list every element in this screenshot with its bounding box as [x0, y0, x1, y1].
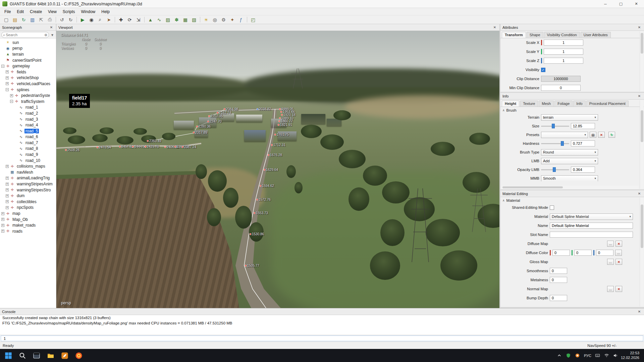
collapse-icon[interactable]: −	[1, 65, 4, 68]
move-button[interactable]: ✚	[117, 16, 125, 23]
spline-node-dot[interactable]	[279, 117, 281, 119]
scenegraph-item-careerStartPoint[interactable]: ⚑careerStartPoint	[0, 57, 56, 63]
new-file-button[interactable]: ▢	[2, 16, 10, 23]
play-button[interactable]: ▶	[78, 16, 87, 23]
select-button[interactable]: ➤	[105, 16, 113, 23]
terrain-dropdown[interactable]: terrain▾	[541, 114, 598, 121]
spline-node-dot[interactable]	[264, 169, 265, 171]
info-tab-mesh[interactable]: Mesh	[539, 101, 554, 107]
scenegraph-item-vehicleShop[interactable]: +✛vehicleShop	[0, 75, 56, 81]
close-icon[interactable]: ✕	[49, 25, 54, 29]
expand-icon[interactable]: +	[1, 212, 4, 215]
attributes-tab-user-attributes[interactable]: User Attributes	[581, 32, 611, 38]
task-view-button[interactable]	[30, 350, 43, 361]
min-clip-distance-field[interactable]	[541, 85, 581, 91]
hardness-slider[interactable]	[541, 140, 569, 146]
scenegraph-item-road_6[interactable]: ∿road_6	[0, 134, 56, 140]
close-icon[interactable]: ✕	[637, 192, 642, 195]
scenegraph-item-vehicleLoadPlaces[interactable]: +✛vehicleLoadPlaces	[0, 81, 56, 87]
diffuse-g-field[interactable]	[574, 250, 592, 256]
scale-button[interactable]: ⇲	[134, 16, 143, 23]
scrollbar[interactable]	[640, 32, 644, 91]
scenegraph-item-road_4[interactable]: ∿road_4	[0, 122, 56, 128]
spline-node-dot[interactable]	[217, 112, 218, 114]
print-button[interactable]: ⎙	[46, 16, 54, 23]
info-tab-height[interactable]: Height	[502, 101, 519, 107]
material-section-header[interactable]: ∧ Material	[500, 197, 644, 203]
expand-icon[interactable]: +	[10, 94, 13, 97]
scenegraph-item-road_1[interactable]: ∿road_1	[0, 105, 56, 111]
spline-node-dot[interactable]	[193, 132, 195, 133]
save-button[interactable]: ▥	[28, 16, 37, 23]
expand-icon[interactable]: +	[6, 188, 9, 191]
scenegraph-item-map[interactable]: +✛map	[0, 210, 56, 217]
filter-icon[interactable]: ▼	[50, 33, 55, 37]
menu-file[interactable]: File	[1, 8, 14, 15]
spline-node-dot[interactable]	[97, 146, 98, 148]
metalness-field[interactable]	[550, 277, 567, 283]
normal-map-browse-button[interactable]: ...	[607, 286, 614, 292]
spline-node-dot[interactable]	[250, 233, 251, 235]
spline-node-dot[interactable]	[257, 108, 258, 110]
spline-node-dot[interactable]	[256, 199, 258, 200]
spline-node-dot[interactable]	[278, 120, 280, 122]
delete-preset-button[interactable]: ✕	[598, 132, 605, 138]
menu-view[interactable]: View	[45, 8, 60, 15]
brush-type-dropdown[interactable]: Round▾	[541, 149, 598, 156]
taskbar-clock[interactable]: 22:53 12.02.2026	[621, 351, 639, 360]
spline-node-dot[interactable]	[208, 115, 210, 117]
mmb-dropdown[interactable]: Smooth▾	[541, 175, 598, 182]
render-mode-button[interactable]: ◎	[211, 16, 219, 23]
search-button[interactable]	[16, 350, 29, 361]
clip-distance-field[interactable]	[541, 76, 581, 82]
scenegraph-item-roads[interactable]: +✛roads	[0, 228, 56, 234]
scale-z-field[interactable]	[544, 58, 583, 64]
scenegraph-item-road_9[interactable]: ∿road_9	[0, 152, 56, 158]
info-tab-info[interactable]: Info	[573, 101, 585, 107]
foliage-paint-button[interactable]: ✽	[172, 16, 181, 23]
spline-node-dot[interactable]	[254, 212, 255, 214]
size-slider[interactable]	[541, 123, 569, 129]
maximize-button[interactable]: ▢	[613, 0, 629, 8]
spline-node-dot[interactable]	[281, 114, 283, 116]
scenegraph-item-gameplay[interactable]: −✛gameplay	[0, 63, 56, 69]
search-input[interactable]	[6, 33, 44, 37]
expand-icon[interactable]: +	[6, 183, 9, 186]
expand-icon[interactable]: +	[6, 82, 9, 85]
scenegraph-item-dum[interactable]: +✛dum	[0, 193, 56, 199]
viewport-canvas[interactable]: 2508.282476.942457.622444.962429.782406.…	[56, 31, 499, 308]
terrain-tools-button[interactable]: ◰	[249, 16, 257, 23]
terrain-detail-button[interactable]: ▦	[181, 16, 190, 23]
visibility-checkbox[interactable]: ✓	[541, 68, 545, 72]
scenegraph-item-warningStripesAnim[interactable]: +✛warningStripesAnim	[0, 181, 56, 187]
scenegraph-item-terrain[interactable]: ▲terrain	[0, 51, 56, 57]
attributes-tab-shape[interactable]: Shape	[527, 32, 543, 38]
scenegraph-item-fields[interactable]: +✛fields	[0, 69, 56, 75]
scenegraph-item-pedestrianSyste[interactable]: +✛pedestrianSyste	[0, 93, 56, 99]
horizontal-scrollbar[interactable]	[501, 186, 639, 189]
diffuse-b-field[interactable]	[596, 250, 613, 256]
slot-name-field[interactable]	[550, 232, 633, 238]
scenegraph-item-splines[interactable]: −✛splines	[0, 87, 56, 93]
giants-editor-button[interactable]	[58, 350, 71, 361]
info-tab-texture[interactable]: Texture	[520, 101, 538, 107]
material-dropdown[interactable]: Default Spline Material▾	[550, 214, 633, 220]
close-button[interactable]: ✕	[629, 0, 644, 8]
attributes-tab-visibility-condition[interactable]: Visibility Condition	[544, 32, 580, 38]
info-tab-procedural-placement[interactable]: Procedural Placement	[586, 101, 629, 107]
scale-y-field[interactable]	[544, 49, 583, 55]
gloss-map-remove-button[interactable]: ✕	[615, 259, 622, 265]
diffuse-map-browse-button[interactable]: ...	[607, 241, 614, 247]
settings-button[interactable]: ⚙	[219, 16, 228, 23]
console-input[interactable]	[1, 336, 643, 341]
collapse-icon[interactable]: −	[6, 88, 9, 91]
expand-icon[interactable]: +	[1, 218, 4, 221]
scenegraph-item-road_7[interactable]: ∿road_7	[0, 140, 56, 146]
spline-node-dot[interactable]	[271, 144, 273, 146]
hidden-icons-button[interactable]	[556, 351, 563, 361]
refresh-presets-button[interactable]: ↻	[608, 132, 615, 138]
lmb-dropdown[interactable]: Add▾	[541, 158, 598, 164]
spline-node-dot[interactable]	[182, 146, 183, 148]
terrain-sculpt-button[interactable]: ▲	[146, 16, 155, 23]
antivirus-tray-icon[interactable]	[565, 351, 572, 361]
